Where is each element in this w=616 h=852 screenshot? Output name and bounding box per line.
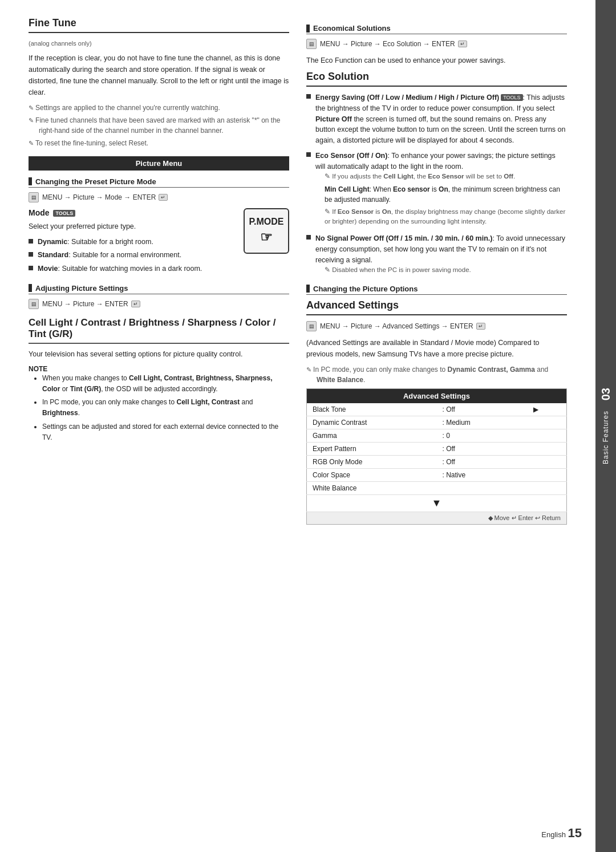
fine-tune-title: Fine Tune [29, 17, 289, 33]
table-cell-label: Black Tone [307, 403, 437, 416]
eco-sensor-note2: If Eco Sensor is On, the display brightn… [315, 207, 567, 227]
table-row-arrow: ▼ [307, 494, 567, 512]
mode-bullet-dynamic: Dynamic: Suitable for a bright room. [29, 237, 238, 248]
table-cell-arrow [528, 468, 566, 481]
changing-preset-menu-path: ▤ MENU → Picture → Mode → ENTER ↵ [29, 192, 289, 202]
mode-description: Select your preferred picture type. [29, 221, 238, 232]
eco-nosignal-note: Disabled when the PC is in power saving … [315, 265, 567, 275]
table-cell-label: White Balance [307, 481, 437, 494]
page-number-value: 15 [568, 826, 582, 840]
note-item-2: In PC mode, you can only make changes to… [42, 397, 289, 419]
cell-light-heading: Cell Light / Contrast / Brightness / Sha… [29, 317, 289, 344]
note-item-1: When you make changes to Cell Light, Con… [42, 373, 289, 395]
adjusting-picture-bar: Adjusting Picture Settings [29, 284, 289, 294]
table-cell-arrow: ▶ [528, 403, 566, 416]
table-row: Expert Pattern: Off [307, 442, 567, 455]
economical-solutions-bar: Economical Solutions [306, 24, 567, 34]
picture-menu-header: Picture Menu [29, 156, 289, 171]
bullet-square [29, 239, 33, 244]
advanced-settings-body1: (Advanced Settings are available in Stan… [306, 337, 567, 360]
table-cell-value: : 0 [437, 429, 528, 442]
fine-tune-subtitle: (analog channels only) [29, 39, 289, 49]
fine-tune-note3: To reset the fine-tuning, select Reset. [29, 138, 289, 148]
note-list: When you make changes to Cell Light, Con… [29, 373, 289, 443]
economical-solutions-title: Economical Solutions [313, 24, 391, 33]
table-cell-value: : Medium [437, 416, 528, 429]
table-cell-value: : Off [437, 455, 528, 468]
eco-sensor-note1: If you adjusts the Cell Light, the Eco S… [315, 172, 567, 181]
mode-bullet-movie: Movie: Suitable for watching movies in a… [29, 263, 238, 274]
mode-title: Mode TOOLS [29, 208, 238, 217]
bullet-square [306, 235, 311, 240]
adjusting-picture-title: Adjusting Picture Settings [35, 284, 128, 293]
bullet-square [306, 94, 311, 99]
bullet-square [29, 266, 33, 270]
advanced-table-footer: ◆ Move ↵ Enter ↩ Return [307, 512, 567, 524]
adjusting-picture-menu-path: ▤ MENU → Picture → ENTER ↵ [29, 299, 289, 309]
menu-icon: ▤ [29, 299, 39, 309]
menu-icon: ▤ [29, 192, 39, 202]
table-row: RGB Only Mode: Off [307, 455, 567, 468]
table-cell-arrow [528, 416, 566, 429]
menu-icon: ▤ [306, 321, 317, 331]
changing-preset-bar: Changing the Preset Picture Mode [29, 177, 289, 188]
advanced-settings-note: In PC mode, you can only make changes to… [306, 364, 567, 385]
pmode-label: P.MODE [249, 217, 283, 227]
table-cell-value [437, 481, 528, 494]
mode-bullet-standard: Standard: Suitable for a normal environm… [29, 250, 238, 261]
advanced-settings-title: Advanced Settings [306, 299, 567, 315]
advanced-settings-menu-path: ▤ MENU → Picture → Advanced Settings → E… [306, 321, 567, 331]
fine-tune-note2: Fine tuned channels that have been saved… [29, 115, 289, 136]
enter-badge-eco: ↵ [458, 40, 467, 47]
fine-tune-note1: Settings are applied to the channel you'… [29, 103, 289, 113]
table-row: Dynamic Contrast: Medium [307, 416, 567, 429]
table-row: Color Space: Native [307, 468, 567, 481]
table-cell-arrow [528, 442, 566, 455]
tools-badge-energy: TOOLS [501, 94, 522, 101]
hand-icon: ☞ [260, 229, 273, 245]
bar-indicator [29, 177, 32, 185]
enter-badge: ↵ [159, 194, 168, 201]
table-cell-value: : Native [437, 468, 528, 481]
bullet-square [29, 252, 33, 257]
bullet-square [306, 152, 311, 157]
table-cell-label: Color Space [307, 468, 437, 481]
bar-indicator [29, 284, 32, 292]
advanced-settings-table: Advanced Settings Black Tone: Off▶Dynami… [306, 388, 567, 525]
eco-bullet-sensor: Eco Sensor (Off / On): To enhance your p… [306, 151, 567, 229]
table-row: Gamma: 0 [307, 429, 567, 442]
table-cell-arrow [528, 455, 566, 468]
fine-tune-body: If the reception is clear, you do not ha… [29, 52, 289, 98]
side-tab: 03 Basic Features [595, 0, 616, 852]
table-cell-value: : Off [437, 403, 528, 416]
table-cell-value: : Off [437, 442, 528, 455]
changing-preset-title: Changing the Preset Picture Mode [35, 177, 156, 186]
changing-picture-options-title: Changing the Picture Options [313, 285, 418, 293]
table-cell-label: RGB Only Mode [307, 455, 437, 468]
chapter-label: Basic Features [602, 411, 610, 464]
table-row: White Balance [307, 481, 567, 494]
page-number-label: English [541, 830, 566, 839]
table-cell-label: Dynamic Contrast [307, 416, 437, 429]
eco-bullet-nosignal: No Signal Power Off (Off / 15 min. / 30 … [306, 233, 567, 278]
enter-badge-adv: ↵ [476, 323, 485, 330]
changing-picture-options-bar: Changing the Picture Options [306, 285, 567, 295]
down-arrow: ▼ [307, 494, 567, 512]
tools-badge: TOOLS [53, 210, 75, 217]
eco-solution-title: Eco Solution [306, 71, 567, 87]
eco-solutions-menu-path: ▤ MENU → Picture → Eco Solution → ENTER … [306, 39, 567, 49]
table-cell-arrow [528, 481, 566, 494]
note-label: NOTE [29, 365, 47, 373]
cell-light-note-block: NOTE When you make changes to Cell Light… [29, 364, 289, 443]
table-cell-arrow [528, 429, 566, 442]
note-item-3: Settings can be adjusted and stored for … [42, 421, 289, 443]
chapter-number: 03 [599, 388, 613, 400]
table-cell-label: Expert Pattern [307, 442, 437, 455]
advanced-table-header: Advanced Settings [307, 388, 567, 403]
bar-indicator [306, 285, 310, 293]
eco-solutions-body: The Eco Function can be used to enhance … [306, 55, 567, 66]
table-cell-label: Gamma [307, 429, 437, 442]
table-row: Black Tone: Off▶ [307, 403, 567, 416]
bar-indicator [306, 25, 310, 33]
advanced-settings-table-container: Advanced Settings Black Tone: Off▶Dynami… [306, 388, 567, 525]
